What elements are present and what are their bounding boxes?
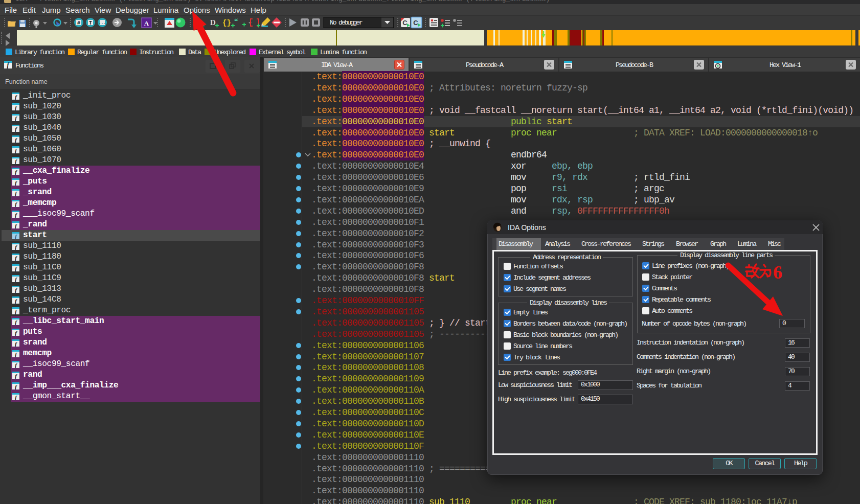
- svg-text:6: 6: [773, 262, 782, 283]
